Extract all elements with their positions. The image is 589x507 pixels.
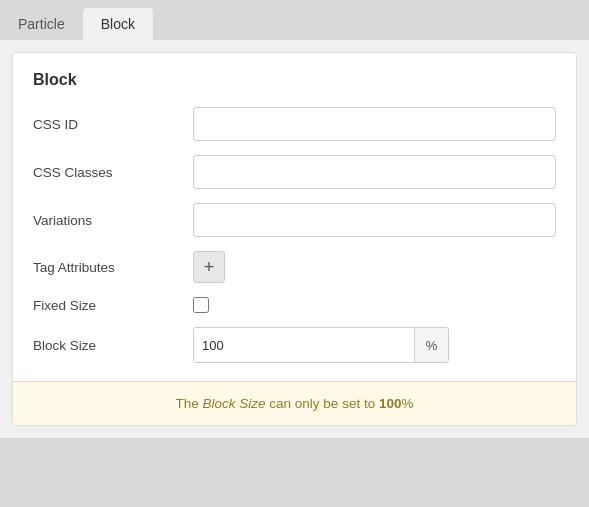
panel-wrapper: Block CSS ID CSS Classes Variations Tag … [0, 40, 589, 438]
block-size-row: Block Size % [33, 327, 556, 363]
block-size-input[interactable] [194, 328, 414, 362]
notice-middle: can only be set to [266, 396, 379, 411]
panel-title: Block [33, 71, 556, 89]
tabs-bar: Particle Block [0, 0, 589, 40]
css-id-input[interactable] [193, 107, 556, 141]
notice-prefix: The [176, 396, 203, 411]
tag-attributes-add-button[interactable]: + [193, 251, 225, 283]
fixed-size-row: Fixed Size [33, 297, 556, 313]
notice-suffix: % [401, 396, 413, 411]
css-classes-row: CSS Classes [33, 155, 556, 189]
tab-block[interactable]: Block [83, 8, 153, 40]
css-id-row: CSS ID [33, 107, 556, 141]
notice-bold-value: 100 [379, 396, 402, 411]
block-size-label: Block Size [33, 338, 193, 353]
css-classes-label: CSS Classes [33, 165, 193, 180]
tab-particle[interactable]: Particle [0, 8, 83, 40]
fixed-size-checkbox[interactable] [193, 297, 209, 313]
notice-box: The Block Size can only be set to 100% [13, 381, 576, 425]
tag-attributes-label: Tag Attributes [33, 260, 193, 275]
fixed-size-label: Fixed Size [33, 298, 193, 313]
variations-input[interactable] [193, 203, 556, 237]
css-classes-input[interactable] [193, 155, 556, 189]
notice-italic: Block Size [203, 396, 266, 411]
variations-label: Variations [33, 213, 193, 228]
block-size-input-wrapper: % [193, 327, 449, 363]
block-panel: Block CSS ID CSS Classes Variations Tag … [12, 52, 577, 426]
variations-row: Variations [33, 203, 556, 237]
percent-label: % [414, 328, 448, 362]
css-id-label: CSS ID [33, 117, 193, 132]
tag-attributes-row: Tag Attributes + [33, 251, 556, 283]
